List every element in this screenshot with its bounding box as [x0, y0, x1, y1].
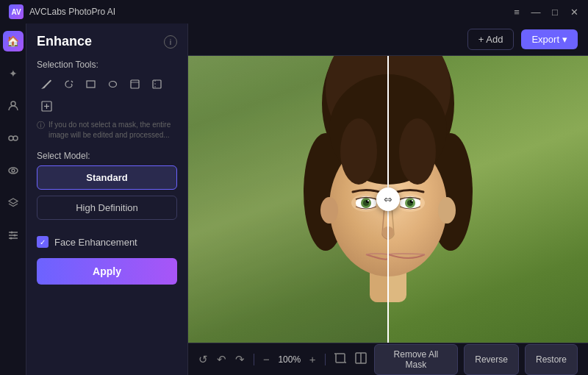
sidebar-item-layers[interactable] — [3, 193, 24, 213]
crop-icon[interactable] — [334, 352, 346, 366]
zoom-controls: − 100% + — [263, 353, 316, 365]
face-enhancement-label: Face Enhancement — [54, 237, 137, 248]
rect-tool[interactable] — [81, 74, 100, 93]
add-tool[interactable] — [37, 96, 56, 115]
selection-tools-section: Selection Tools: — [37, 60, 177, 140]
panel-title: Enhance — [37, 34, 92, 49]
face-enhancement: ✓ Face Enhancement — [37, 236, 177, 248]
selection-hint: ⓘ If you do not select a mask, the entir… — [37, 120, 177, 140]
svg-point-43 — [438, 197, 456, 224]
content-area: + Add Export ▾ — [188, 24, 588, 375]
titlebar: AV AVCLabs PhotoPro AI ≡ — □ ✕ — [0, 0, 588, 24]
zoom-out-icon[interactable]: − — [263, 353, 270, 365]
maximize-icon[interactable]: □ — [550, 7, 560, 18]
sidebar-item-effects[interactable] — [3, 128, 24, 149]
lasso-tool[interactable] — [59, 74, 78, 93]
polygon-tool[interactable] — [125, 74, 144, 93]
redo-icon[interactable]: ↷ — [235, 353, 245, 366]
sidebar-item-portrait[interactable] — [3, 96, 24, 116]
svg-point-0 — [11, 101, 15, 106]
info-icon[interactable]: i — [164, 35, 177, 49]
svg-point-2 — [13, 136, 18, 140]
zoom-in-icon[interactable]: + — [309, 353, 316, 365]
high-definition-model-btn[interactable]: High Definition — [37, 196, 177, 220]
titlebar-controls: ≡ — □ ✕ — [512, 7, 579, 18]
svg-point-35 — [368, 200, 369, 201]
toolbar-divider-2 — [325, 354, 326, 365]
sidebar-item-eye[interactable] — [3, 160, 24, 181]
icon-sidebar: 🏠 ✦ — [0, 24, 26, 375]
svg-rect-11 — [87, 81, 95, 88]
svg-point-29 — [320, 197, 338, 224]
cutout-tool[interactable] — [147, 74, 166, 93]
export-button[interactable]: Export ▾ — [521, 29, 578, 49]
standard-model-btn[interactable]: Standard — [37, 165, 177, 190]
minimize-icon[interactable]: — — [531, 7, 541, 18]
svg-point-49 — [412, 200, 413, 201]
model-section: Select Model: Standard High Definition — [37, 151, 177, 226]
sidebar-item-enhance[interactable]: ✦ — [3, 63, 24, 84]
svg-rect-15 — [153, 80, 161, 88]
remove-all-mask-button[interactable]: Remove All Mask — [374, 344, 459, 375]
main-layout: 🏠 ✦ — [0, 24, 588, 375]
add-button[interactable]: + Add — [467, 29, 514, 50]
zoom-value: 100% — [276, 354, 304, 365]
undo-icon[interactable]: ↶ — [217, 353, 226, 366]
sidebar-item-home[interactable]: 🏠 — [3, 31, 24, 51]
image-viewport: ⇔ — [188, 56, 588, 343]
panel-header: Enhance i — [37, 34, 177, 49]
apply-button[interactable]: Apply — [37, 258, 177, 285]
svg-point-3 — [9, 168, 18, 174]
bottom-toolbar: ↺ ↶ ↷ − 100% + — [188, 343, 588, 375]
split-handle-arrows-icon: ⇔ — [384, 193, 392, 205]
toolbar-divider-1 — [254, 354, 254, 365]
svg-point-1 — [9, 136, 13, 140]
svg-point-8 — [10, 232, 12, 234]
toolbar-left: ↺ ↶ ↷ − 100% + — [198, 352, 367, 366]
svg-point-10 — [10, 238, 12, 240]
model-label: Select Model: — [37, 151, 177, 161]
ellipse-tool[interactable] — [103, 74, 122, 93]
svg-point-4 — [12, 169, 15, 172]
restore-button[interactable]: Restore — [525, 344, 578, 375]
svg-point-9 — [13, 235, 15, 237]
split-view: ⇔ — [188, 56, 588, 343]
refresh-icon[interactable]: ↺ — [198, 353, 208, 366]
close-icon[interactable]: ✕ — [569, 7, 579, 18]
checkbox-check-icon: ✓ — [40, 238, 46, 246]
selection-tools — [37, 74, 177, 115]
pen-tool[interactable] — [37, 74, 56, 93]
svg-point-12 — [109, 81, 116, 87]
toolbar-right: Remove All Mask Reverse Restore — [374, 344, 578, 375]
menu-icon[interactable]: ≡ — [512, 7, 522, 18]
top-bar: + Add Export ▾ — [188, 24, 588, 56]
svg-rect-13 — [131, 80, 139, 88]
split-handle[interactable]: ⇔ — [376, 188, 400, 211]
svg-point-42 — [399, 118, 436, 185]
svg-rect-51 — [336, 354, 345, 362]
app-logo: AV — [9, 4, 24, 19]
left-panel: Enhance i Selection Tools: — [26, 24, 188, 375]
selection-tools-label: Selection Tools: — [37, 60, 177, 70]
reverse-button[interactable]: Reverse — [464, 344, 519, 375]
svg-point-28 — [340, 118, 377, 185]
sidebar-item-adjustments[interactable] — [3, 225, 24, 246]
titlebar-left: AV AVCLabs PhotoPro AI — [9, 4, 115, 19]
export-arrow-icon: ▾ — [562, 34, 567, 45]
app-title: AVCLabs PhotoPro AI — [29, 7, 115, 17]
face-enhancement-checkbox[interactable]: ✓ — [37, 236, 49, 248]
compare-icon[interactable] — [355, 352, 367, 366]
